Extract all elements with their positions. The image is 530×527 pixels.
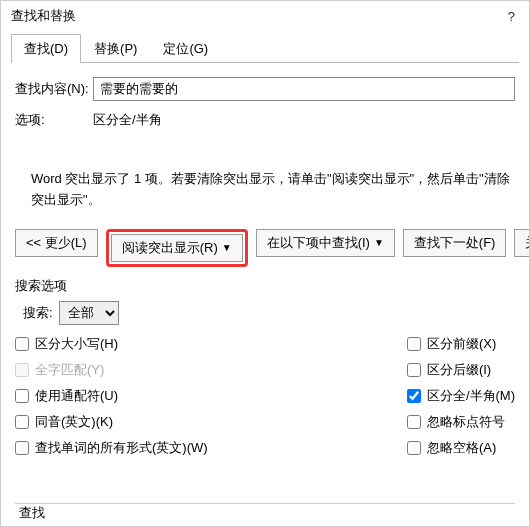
checkbox-input: [15, 363, 29, 377]
checkbox-item[interactable]: 区分后缀(I): [407, 361, 515, 379]
less-button[interactable]: << 更少(L): [15, 229, 98, 257]
find-in-label: 在以下项中查找(I): [267, 234, 370, 252]
close-label: 关闭: [525, 234, 530, 252]
tab-find-label: 查找(D): [24, 41, 68, 56]
tab-find[interactable]: 查找(D): [11, 34, 81, 63]
reading-highlight-button[interactable]: 阅读突出显示(R)▼: [111, 234, 243, 262]
divider: [15, 503, 515, 504]
find-next-button[interactable]: 查找下一处(F): [403, 229, 507, 257]
checkbox-input[interactable]: [407, 441, 421, 455]
checkbox-col-left: 区分大小写(H)全字匹配(Y)使用通配符(U)同音(英文)(K)查找单词的所有形…: [15, 335, 407, 457]
less-button-label: << 更少(L): [26, 234, 87, 252]
checkbox-item[interactable]: 忽略空格(A): [407, 439, 515, 457]
checkbox-label: 同音(英文)(K): [35, 413, 113, 431]
checkbox-label: 查找单词的所有形式(英文)(W): [35, 439, 208, 457]
search-label: 搜索:: [23, 304, 53, 322]
form-area: 查找内容(N): 选项: 区分全/半角: [1, 63, 529, 129]
checkbox-input[interactable]: [15, 337, 29, 351]
bottom-section-label: 查找: [19, 504, 45, 522]
dialog-title: 查找和替换: [11, 7, 76, 25]
checkbox-input[interactable]: [407, 389, 421, 403]
checkbox-area: 区分大小写(H)全字匹配(Y)使用通配符(U)同音(英文)(K)查找单词的所有形…: [15, 335, 515, 457]
checkbox-input[interactable]: [407, 363, 421, 377]
checkbox-item[interactable]: 区分大小写(H): [15, 335, 407, 353]
checkbox-item[interactable]: 同音(英文)(K): [15, 413, 407, 431]
titlebar: 查找和替换 ?: [1, 1, 529, 27]
checkbox-input[interactable]: [407, 337, 421, 351]
checkbox-label: 忽略标点符号: [427, 413, 505, 431]
find-content-label: 查找内容(N):: [15, 80, 93, 98]
checkbox-item[interactable]: 查找单词的所有形式(英文)(W): [15, 439, 407, 457]
search-direction-select[interactable]: 全部: [59, 301, 119, 325]
checkbox-item[interactable]: 忽略标点符号: [407, 413, 515, 431]
tab-replace-label: 替换(P): [94, 41, 137, 56]
chevron-down-icon: ▼: [222, 242, 232, 253]
info-text: Word 突出显示了 1 项。若要清除突出显示，请单击"阅读突出显示"，然后单击…: [31, 169, 511, 211]
checkbox-col-right: 区分前缀(X)区分后缀(I)区分全/半角(M)忽略标点符号忽略空格(A): [407, 335, 515, 457]
close-button[interactable]: 关闭: [514, 229, 530, 257]
tab-goto[interactable]: 定位(G): [150, 34, 221, 63]
chevron-down-icon: ▼: [374, 237, 384, 248]
highlight-annotation: 阅读突出显示(R)▼: [106, 229, 248, 267]
checkbox-input[interactable]: [407, 415, 421, 429]
tab-replace[interactable]: 替换(P): [81, 34, 150, 63]
button-row: << 更少(L) 阅读突出显示(R)▼ 在以下项中查找(I)▼ 查找下一处(F)…: [15, 229, 515, 267]
tab-goto-label: 定位(G): [163, 41, 208, 56]
find-replace-dialog: 查找和替换 ? 查找(D) 替换(P) 定位(G) 查找内容(N): 选项: 区…: [0, 0, 530, 527]
checkbox-label: 区分前缀(X): [427, 335, 496, 353]
checkbox-item: 全字匹配(Y): [15, 361, 407, 379]
checkbox-input[interactable]: [15, 441, 29, 455]
checkbox-item[interactable]: 区分全/半角(M): [407, 387, 515, 405]
checkbox-label: 使用通配符(U): [35, 387, 118, 405]
options-value: 区分全/半角: [93, 111, 515, 129]
find-in-button[interactable]: 在以下项中查找(I)▼: [256, 229, 395, 257]
checkbox-label: 忽略空格(A): [427, 439, 496, 457]
tab-bar: 查找(D) 替换(P) 定位(G): [11, 33, 519, 63]
search-options-label: 搜索选项: [15, 277, 515, 295]
checkbox-input[interactable]: [15, 415, 29, 429]
checkbox-item[interactable]: 使用通配符(U): [15, 387, 407, 405]
checkbox-label: 区分后缀(I): [427, 361, 491, 379]
checkbox-label: 全字匹配(Y): [35, 361, 104, 379]
reading-highlight-label: 阅读突出显示(R): [122, 239, 218, 257]
checkbox-input[interactable]: [15, 389, 29, 403]
help-icon[interactable]: ?: [508, 9, 519, 24]
options-label: 选项:: [15, 111, 93, 129]
find-next-label: 查找下一处(F): [414, 234, 496, 252]
checkbox-item[interactable]: 区分前缀(X): [407, 335, 515, 353]
find-content-input[interactable]: [93, 77, 515, 101]
search-direction-row: 搜索: 全部: [23, 301, 515, 325]
checkbox-label: 区分大小写(H): [35, 335, 118, 353]
checkbox-label: 区分全/半角(M): [427, 387, 515, 405]
